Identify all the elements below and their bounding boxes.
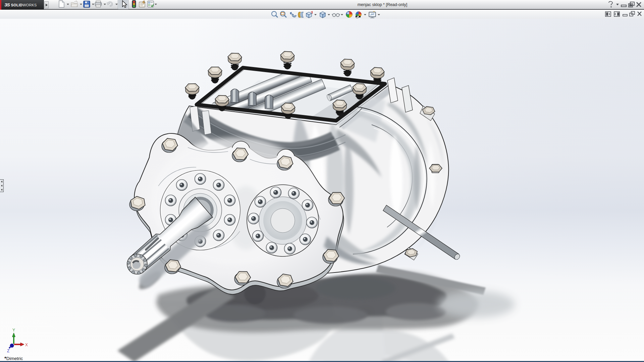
svg-text:X: X bbox=[25, 343, 28, 347]
svg-text:Y: Y bbox=[12, 328, 15, 333]
svg-text:Z: Z bbox=[7, 349, 9, 353]
